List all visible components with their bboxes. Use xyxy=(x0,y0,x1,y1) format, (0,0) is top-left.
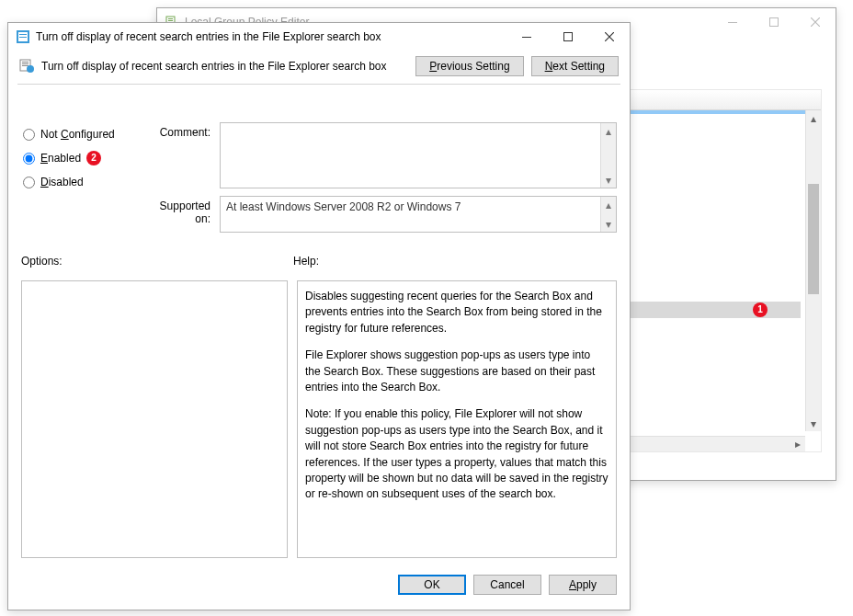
policy-item-icon xyxy=(19,58,34,75)
svg-rect-9 xyxy=(19,37,27,38)
help-pane: Disables suggesting recent queries for t… xyxy=(297,280,617,558)
apply-button[interactable]: Apply xyxy=(549,575,617,595)
minimize-button[interactable] xyxy=(711,8,753,36)
vertical-scrollbar[interactable]: ▴ ▾ xyxy=(805,110,821,431)
help-paragraph: Note: If you enable this policy, File Ex… xyxy=(305,406,608,502)
policy-app-icon xyxy=(16,29,30,44)
svg-rect-5 xyxy=(769,18,778,27)
svg-rect-4 xyxy=(728,22,737,23)
maximize-button[interactable] xyxy=(753,8,794,36)
radio-disabled-input[interactable] xyxy=(23,177,35,188)
supported-on-label: Supported on: xyxy=(148,196,220,225)
supported-on-textbox: At least Windows Server 2008 R2 or Windo… xyxy=(220,196,617,233)
svg-rect-11 xyxy=(563,33,572,41)
comment-spinner[interactable]: ▴ ▾ xyxy=(600,123,616,188)
chevron-up-icon[interactable]: ▴ xyxy=(601,123,616,139)
close-button[interactable] xyxy=(794,8,836,36)
options-pane xyxy=(21,280,288,558)
help-paragraph: Disables suggesting recent queries for t… xyxy=(305,289,608,337)
cancel-button[interactable]: Cancel xyxy=(473,575,541,595)
svg-rect-15 xyxy=(22,65,28,66)
previous-setting-button[interactable]: Previous Setting xyxy=(415,56,523,76)
state-radio-group: Not Configured Enabled 2 Disabled xyxy=(23,122,133,194)
policy-dialog: Turn off display of recent search entrie… xyxy=(7,22,631,610)
svg-rect-14 xyxy=(22,63,28,64)
options-label: Options: xyxy=(21,255,293,268)
maximize-button[interactable] xyxy=(547,23,588,51)
policy-titlebar: Turn off display of recent search entrie… xyxy=(8,23,630,51)
svg-rect-2 xyxy=(168,20,173,21)
next-setting-button[interactable]: Next Setting xyxy=(531,56,619,76)
svg-point-16 xyxy=(27,65,34,73)
help-paragraph: File Explorer shows suggestion pop-ups a… xyxy=(305,348,608,395)
radio-enabled[interactable]: Enabled 2 xyxy=(23,146,133,170)
policy-window-controls xyxy=(506,23,630,51)
supported-on-value: At least Windows Server 2008 R2 or Windo… xyxy=(221,197,600,232)
policy-title: Turn off display of recent search entrie… xyxy=(36,30,506,43)
scroll-down-icon[interactable]: ▾ xyxy=(806,416,821,431)
radio-not-configured-input[interactable] xyxy=(23,129,35,141)
chevron-down-icon[interactable]: ▾ xyxy=(601,172,616,188)
help-label: Help: xyxy=(293,255,319,268)
scroll-right-icon[interactable]: ▸ xyxy=(790,437,805,451)
chevron-up-icon: ▴ xyxy=(601,197,616,212)
svg-rect-1 xyxy=(168,18,173,19)
annotation-badge-1: 1 xyxy=(753,302,768,317)
comment-label: Comment: xyxy=(148,122,220,139)
svg-rect-13 xyxy=(22,62,28,63)
scroll-up-icon[interactable]: ▴ xyxy=(806,110,821,126)
policy-subtitle: Turn off display of recent search entrie… xyxy=(41,60,387,73)
policy-header-row: Turn off display of recent search entrie… xyxy=(8,51,630,82)
dialog-footer: OK Cancel Apply xyxy=(8,575,630,600)
scrollbar-thumb[interactable] xyxy=(808,184,819,294)
radio-not-configured[interactable]: Not Configured xyxy=(23,122,133,146)
radio-disabled[interactable]: Disabled xyxy=(23,170,133,194)
gpedit-window-controls xyxy=(711,8,836,36)
supported-spinner: ▴ ▾ xyxy=(600,197,616,232)
radio-enabled-input[interactable] xyxy=(23,153,35,165)
ok-button[interactable]: OK xyxy=(398,575,466,595)
chevron-down-icon: ▾ xyxy=(601,216,616,232)
annotation-badge-2: 2 xyxy=(86,151,101,165)
close-button[interactable] xyxy=(588,23,630,51)
minimize-button[interactable] xyxy=(506,23,547,51)
comment-textbox[interactable]: ▴ ▾ xyxy=(220,122,617,188)
svg-rect-10 xyxy=(522,37,531,38)
svg-rect-8 xyxy=(19,34,27,35)
